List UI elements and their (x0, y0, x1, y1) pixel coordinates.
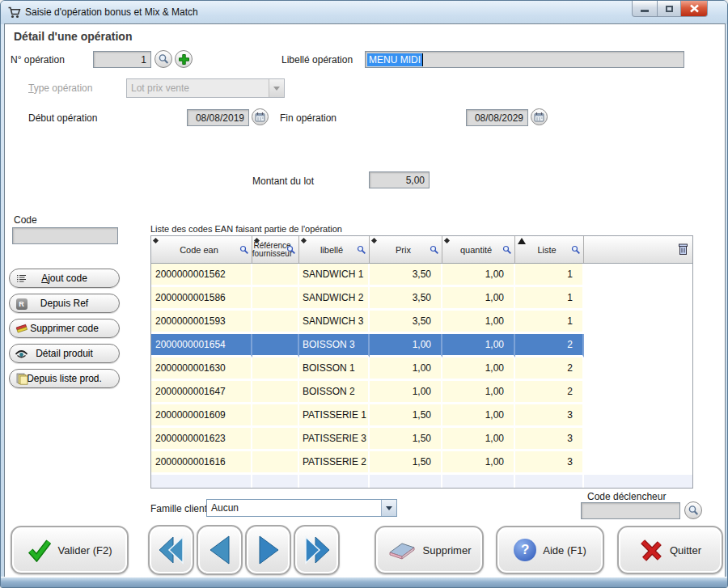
table-row[interactable]: 2000000001593SANDWICH 33,501,001 (151, 311, 692, 334)
table-cell[interactable]: 2000000001647 (151, 381, 252, 404)
table-cell[interactable]: 1,50 (370, 404, 442, 428)
first-record-button[interactable] (148, 525, 194, 575)
table-cell[interactable]: 1,00 (370, 334, 442, 357)
previous-record-button[interactable] (197, 525, 243, 575)
code-declencheur-search-button[interactable] (684, 501, 702, 519)
debut-calendar-button[interactable] (252, 108, 269, 125)
column-header-libelle[interactable]: libellé (299, 236, 370, 263)
table-cell[interactable] (252, 287, 299, 311)
column-search-icon[interactable] (571, 245, 581, 255)
table-cell[interactable]: SANDWICH 2 (299, 287, 370, 311)
libelle-operation-field[interactable]: MENU MIDI (365, 51, 684, 68)
table-cell[interactable]: 2000000001630 (151, 357, 252, 381)
table-cell[interactable]: 2000000001562 (151, 264, 252, 287)
table-cell[interactable]: 1,00 (442, 381, 515, 404)
table-cell[interactable] (252, 357, 299, 381)
table-cell[interactable] (252, 334, 299, 357)
fin-operation-field[interactable]: 08/08/2029 (466, 109, 528, 126)
table-cell[interactable]: 2000000001654 (151, 334, 252, 357)
table-cell[interactable]: PATISSERIE 1 (299, 404, 370, 428)
table-cell[interactable]: 2 (515, 334, 584, 357)
table-row[interactable]: 2000000001586SANDWICH 23,501,001 (151, 287, 692, 311)
column-search-icon[interactable] (357, 245, 366, 255)
fin-calendar-button[interactable] (531, 108, 548, 125)
debut-operation-field[interactable]: 08/08/2019 (187, 109, 249, 126)
table-cell[interactable]: 1 (515, 311, 584, 334)
table-cell[interactable]: 2000000001593 (151, 311, 252, 334)
column-header-prix[interactable]: Prix (370, 236, 442, 263)
table-cell[interactable]: 1,00 (442, 287, 515, 311)
table-row[interactable]: 2000000001562SANDWICH 13,501,001 (151, 264, 692, 287)
table-cell[interactable]: 1 (515, 264, 584, 287)
table-cell[interactable]: 2000000001616 (151, 451, 252, 475)
column-search-icon[interactable] (239, 245, 249, 255)
title-bar[interactable]: Saisie d'opération bonus et Mix & Match (1, 1, 727, 24)
table-cell[interactable]: 2000000001609 (151, 404, 252, 428)
ajout-code-button[interactable]: Ajout code (9, 269, 120, 288)
table-cell[interactable]: 1,00 (370, 357, 442, 381)
column-header-liste[interactable]: Liste (515, 236, 584, 263)
table-cell[interactable]: 1,50 (370, 428, 442, 451)
maximize-button[interactable] (658, 1, 680, 17)
table-cell[interactable] (252, 451, 299, 475)
column-header-code-ean[interactable]: Code ean (151, 236, 252, 263)
table-row[interactable]: 2000000001616PATISSERIE 21,501,003 (151, 451, 692, 475)
table-cell[interactable]: 1,00 (442, 451, 515, 475)
table-row[interactable]: 2000000001630BOISSON 11,001,002 (151, 357, 692, 381)
table-row[interactable]: 2000000001654BOISSON 31,001,002 (151, 334, 692, 357)
column-search-icon[interactable] (286, 245, 296, 255)
table-cell[interactable]: 1,00 (442, 404, 515, 428)
aide-button[interactable]: ? Aide (F1) (496, 526, 604, 574)
supprimer-button[interactable]: Supprimer (375, 526, 484, 574)
table-row[interactable]: 2000000001647BOISSON 21,001,002 (151, 381, 692, 404)
add-operation-button[interactable] (175, 50, 193, 68)
table-cell[interactable]: 3 (515, 404, 584, 428)
dropdown-arrow[interactable] (269, 79, 284, 97)
table-row[interactable]: 2000000001623PATISSERIE 31,501,003 (151, 428, 692, 451)
code-field[interactable] (12, 227, 118, 244)
search-operation-button[interactable] (154, 50, 172, 68)
table-cell[interactable]: SANDWICH 1 (299, 264, 370, 287)
table-cell[interactable] (252, 264, 299, 287)
num-operation-field[interactable]: 1 (93, 51, 151, 68)
table-cell[interactable]: BOISSON 1 (299, 357, 370, 381)
table-cell[interactable]: PATISSERIE 2 (299, 451, 370, 475)
minimize-button[interactable] (632, 1, 658, 17)
table-cell[interactable]: 1,00 (370, 381, 442, 404)
table-cell[interactable] (252, 404, 299, 428)
famille-client-dropdown[interactable]: Aucun (206, 499, 397, 517)
next-record-button[interactable] (245, 525, 291, 575)
table-cell[interactable]: 3,50 (370, 287, 442, 311)
dropdown-arrow[interactable] (381, 500, 396, 516)
quitter-button[interactable]: Quitter (617, 526, 723, 574)
column-header-reference[interactable]: Référence fournisseur (252, 236, 299, 263)
table-cell[interactable]: 2 (515, 381, 584, 404)
table-cell[interactable]: 3 (515, 451, 584, 475)
table-cell[interactable]: 3 (515, 428, 584, 451)
table-row[interactable]: 2000000001609PATISSERIE 11,501,003 (151, 404, 692, 428)
depuis-liste-prod-button[interactable]: Depuis liste prod. (9, 369, 120, 388)
type-operation-dropdown[interactable]: Lot prix vente (126, 78, 285, 98)
table-cell[interactable]: 1,00 (442, 311, 515, 334)
depuis-ref-button[interactable]: R Depuis Ref (9, 294, 120, 313)
valider-button[interactable]: Valider (F2) (11, 526, 129, 574)
table-cell[interactable] (252, 428, 299, 451)
table-cell[interactable] (252, 311, 299, 334)
table-cell[interactable]: 1 (515, 287, 584, 311)
close-button[interactable] (680, 1, 708, 17)
column-search-icon[interactable] (430, 245, 439, 255)
trash-icon[interactable] (678, 243, 688, 256)
table-cell[interactable]: 2000000001586 (151, 287, 252, 311)
detail-produit-button[interactable]: Détail produit (9, 344, 120, 363)
table-cell[interactable]: 1,00 (442, 357, 515, 381)
code-declencheur-field[interactable] (581, 502, 680, 519)
table-cell[interactable]: 3,50 (370, 311, 442, 334)
table-cell[interactable]: BOISSON 3 (299, 334, 370, 357)
table-cell[interactable]: 3,50 (370, 264, 442, 287)
table-cell[interactable]: 2 (515, 357, 584, 381)
table-cell[interactable] (252, 381, 299, 404)
column-header-quantite[interactable]: quantité (442, 236, 515, 263)
table-cell[interactable]: SANDWICH 3 (299, 311, 370, 334)
table-cell[interactable]: BOISSON 2 (299, 381, 370, 404)
table-cell[interactable]: PATISSERIE 3 (299, 428, 370, 451)
